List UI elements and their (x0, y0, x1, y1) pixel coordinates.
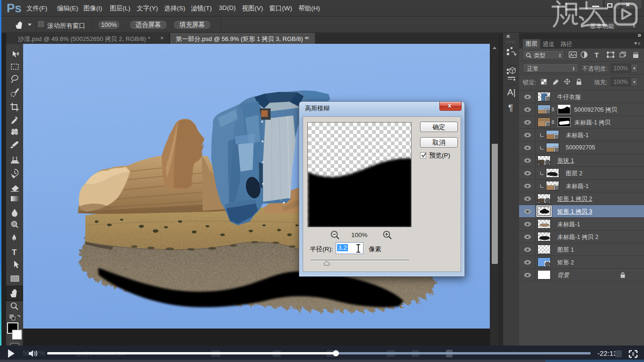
svg-text:A|: A| (507, 87, 516, 97)
svg-text:¶: ¶ (508, 103, 513, 113)
svg-text:T: T (12, 248, 17, 257)
svg-text:T: T (594, 51, 599, 59)
